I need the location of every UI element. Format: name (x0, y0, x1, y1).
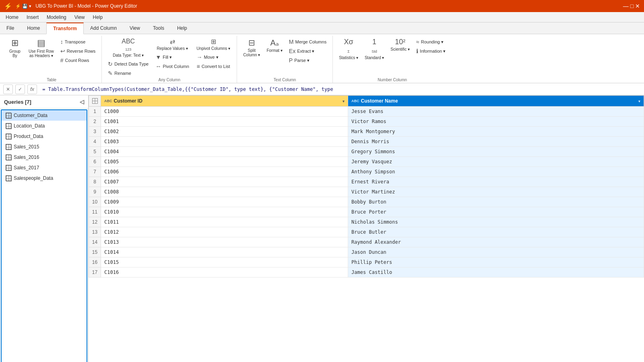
customer-name-col-label: Customer Name (361, 98, 398, 104)
table-row[interactable]: 1 C1000 Jesse Evans (89, 107, 644, 117)
table-row[interactable]: 16 C1015 Phillip Peters (89, 257, 644, 267)
statistics-button[interactable]: XσΣ Statistics ▾ (336, 36, 361, 62)
row-number: 2 (89, 117, 101, 127)
information-button[interactable]: ℹ Information ▾ (413, 47, 448, 56)
customer-id-cell: C1005 (101, 157, 348, 167)
information-label: Information ▾ (420, 49, 446, 54)
table-row[interactable]: 8 C1007 Ernest Rivera (89, 177, 644, 187)
menu-view[interactable]: View (70, 13, 89, 22)
app-title: UBG To Power BI - Model - Power Query Ed… (35, 3, 137, 9)
menu-insert[interactable]: Insert (23, 13, 43, 22)
table-row[interactable]: 14 C1013 Raymond Alexander (89, 237, 644, 247)
customer-id-cell: C1004 (101, 147, 348, 157)
customer-id-cell: C1016 (101, 267, 348, 278)
rounding-icon: ≈ (416, 39, 419, 45)
split-column-button[interactable]: ⊟ SplitColumn ▾ (240, 36, 263, 59)
window-controls[interactable]: — □ ✕ (623, 3, 640, 9)
tab-help[interactable]: Help (171, 23, 194, 34)
table-row[interactable]: 3 C1002 Mark Montgomery (89, 127, 644, 137)
customer-name-cell: Mark Montgomery (348, 127, 644, 137)
menu-home[interactable]: Home (2, 13, 23, 22)
sidebar-item-sales_2015[interactable]: Sales_2015 (2, 142, 87, 152)
unpivot-section: ⊞ Unpivot Columns ▾ → Move ▾ ≡ Convert t… (193, 36, 233, 71)
rename-button[interactable]: ✎ Rename (105, 69, 151, 78)
sidebar-item-product_data[interactable]: Product_Data (2, 131, 87, 142)
number-column-group-label: Number Column (378, 78, 407, 83)
pivot-column-button[interactable]: ↔ Pivot Column (153, 62, 192, 71)
tab-file[interactable]: File (0, 23, 21, 34)
convert-to-list-button[interactable]: ≡ Convert to List (194, 62, 233, 71)
move-button[interactable]: → Move ▾ (194, 53, 233, 62)
customer-id-cell: C1007 (101, 177, 348, 187)
reverse-rows-label: Reverse Rows (67, 49, 96, 53)
table-row[interactable]: 4 C1003 Dennis Morris (89, 137, 644, 147)
table-row[interactable]: 10 C1009 Bobby Burton (89, 197, 644, 207)
unpivot-icon: ⊞ (211, 38, 216, 45)
table-row[interactable]: 2 C1001 Victor Ramos (89, 117, 644, 127)
customer-id-dropdown[interactable] (343, 99, 345, 103)
formula-input[interactable] (39, 86, 641, 92)
group-by-button[interactable]: ⊞ GroupBy (5, 36, 25, 60)
format-button[interactable]: Aₐ Format ▾ (264, 36, 285, 55)
sidebar-item-sales_2017[interactable]: Sales_2017 (2, 162, 87, 173)
customer-name-cell: Victor Ramos (348, 117, 644, 127)
sidebar-item-salespeople_data[interactable]: Salespeople_Data (2, 173, 87, 183)
tab-view[interactable]: View (123, 23, 147, 34)
query-item-label: Sales_2015 (14, 144, 39, 150)
table-row[interactable]: 9 C1008 Victor Martinez (89, 187, 644, 197)
formula-confirm-button[interactable]: ✓ (15, 84, 25, 94)
row-number: 7 (89, 167, 101, 177)
count-rows-button[interactable]: # Count Rows (58, 56, 99, 65)
table-row[interactable]: 17 C1016 James Castillo (89, 267, 644, 278)
scientific-button[interactable]: 10² Scientific ▾ (388, 36, 413, 53)
sidebar-item-sales_2016[interactable]: Sales_2016 (2, 152, 87, 162)
table-row[interactable]: 13 C1012 Bruce Butler (89, 227, 644, 237)
formula-fx-button[interactable]: fx (27, 84, 37, 94)
ribbon-content: ⊞ GroupBy ▤ Use First Rowas Headers ▾ ↕ … (0, 34, 644, 83)
customer-name-dropdown[interactable] (638, 99, 640, 103)
sidebar: Queries [7] ◁ Customer_Data (0, 95, 89, 362)
sidebar-item-location_data[interactable]: Location_Data (2, 121, 87, 131)
ribbon-group-any-column: ABC123 Data Type: Text ▾ ↻ Detect Data T… (102, 36, 237, 83)
table-row[interactable]: 15 C1014 Jason Duncan (89, 247, 644, 257)
rounding-button[interactable]: ≈ Rounding ▾ (413, 37, 448, 46)
merge-columns-button[interactable]: M Merge Columns (286, 37, 329, 46)
parse-button[interactable]: P Parse ▾ (286, 56, 329, 65)
menu-modeling[interactable]: Modeling (43, 13, 70, 22)
tab-tools[interactable]: Tools (147, 23, 171, 34)
table-row[interactable]: 6 C1005 Jeremy Vasquez (89, 157, 644, 167)
main-layout: Queries [7] ◁ Customer_Data (0, 95, 644, 362)
formula-cancel-button[interactable]: ✕ (3, 84, 13, 94)
transpose-button[interactable]: ↕ Transpose (58, 37, 99, 46)
row-number: 9 (89, 187, 101, 197)
sidebar-toggle-button[interactable]: ◁ (80, 99, 84, 105)
detect-data-type-button[interactable]: ↻ Detect Data Type (105, 60, 151, 68)
sidebar-item-customer_data[interactable]: Customer_Data (2, 110, 87, 121)
use-first-row-button[interactable]: ▤ Use First Rowas Headers ▾ (26, 36, 57, 60)
unpivot-button[interactable]: ⊞ Unpivot Columns ▾ (193, 36, 233, 53)
data-type-section: ABC123 Data Type: Text ▾ ↻ Detect Data T… (105, 36, 151, 78)
reverse-rows-button[interactable]: ↩ Reverse Rows (58, 47, 99, 56)
th-customer-id[interactable]: ABC Customer ID (101, 96, 348, 107)
customer-name-cell: Phillip Peters (348, 257, 644, 267)
th-customer-name[interactable]: ABC Customer Name (348, 96, 644, 107)
replace-icon: ⇄ (170, 38, 175, 45)
menu-help[interactable]: Help (89, 13, 107, 22)
standard-button[interactable]: 1Std Standard ▾ (362, 36, 387, 62)
table-row[interactable]: 5 C1004 Gregory Simmons (89, 147, 644, 157)
table-icon (6, 123, 11, 129)
extract-button[interactable]: Ex Extract ▾ (286, 47, 329, 56)
fill-button[interactable]: ▼ Fill ▾ (153, 53, 192, 62)
replace-values-button[interactable]: ⇄ Replace Values ▾ (152, 36, 192, 53)
table-row[interactable]: 11 C1010 Bruce Porter (89, 207, 644, 217)
group-by-icon: ⊞ (11, 38, 19, 48)
table-row[interactable]: 12 C1011 Nicholas Simmons (89, 217, 644, 227)
count-rows-icon: # (60, 57, 64, 64)
merge-icon: M (289, 39, 294, 45)
statistics-label: Statistics ▾ (339, 56, 358, 60)
tab-add-column[interactable]: Add Column (84, 23, 123, 34)
tab-transform[interactable]: Transform (46, 23, 84, 34)
tab-home[interactable]: Home (21, 23, 46, 34)
data-type-button[interactable]: ABC123 Data Type: Text ▾ (106, 36, 151, 60)
table-row[interactable]: 7 C1006 Anthony Simpson (89, 167, 644, 177)
